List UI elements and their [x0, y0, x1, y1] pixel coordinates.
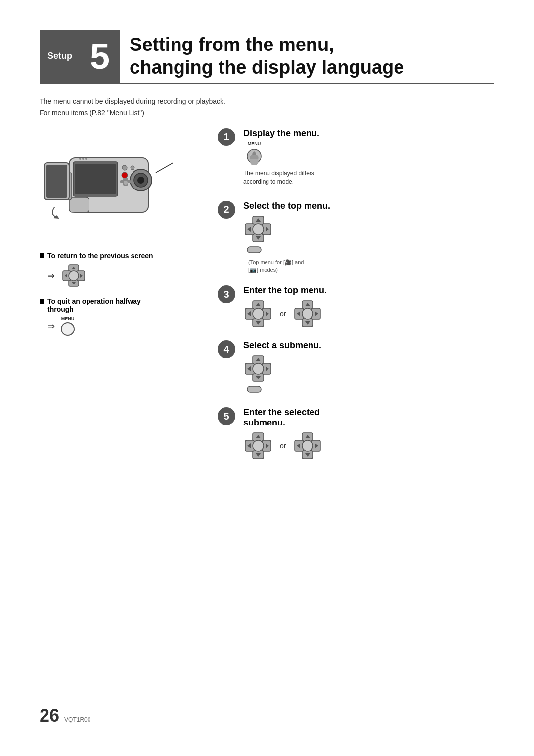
- step-5: 5 Enter the selected submenu.: [218, 407, 494, 461]
- step-circle-4: 4: [218, 340, 235, 358]
- step-2-title: Select the top menu.: [243, 201, 494, 211]
- main-content: To return to the previous screen ⇒: [40, 128, 494, 472]
- or-text-step5: or: [280, 442, 286, 450]
- menu-button-quit: MENU: [61, 316, 75, 336]
- step-4: 4 Select a submenu.: [218, 340, 494, 395]
- svg-point-13: [79, 158, 81, 160]
- svg-point-9: [122, 172, 128, 178]
- svg-rect-68: [247, 386, 261, 392]
- select-btn-step2: [245, 246, 263, 254]
- svg-point-14: [82, 158, 84, 160]
- svg-rect-6: [69, 197, 89, 212]
- svg-rect-19: [46, 165, 67, 198]
- step-circle-2: 2: [218, 201, 235, 219]
- note-return-label: To return to the previous screen: [40, 252, 208, 260]
- svg-point-73: [253, 440, 264, 451]
- step-1: 1 Display the menu. MENU: [218, 128, 494, 189]
- left-column: To return to the previous screen ⇒: [40, 128, 208, 472]
- dpad-icon-step3b: [293, 299, 322, 329]
- svg-point-45: [253, 308, 264, 319]
- step-4-title: Select a submenu.: [243, 340, 494, 351]
- step-3-icons: or: [243, 299, 494, 329]
- step-circle-1: 1: [218, 128, 235, 146]
- dpad-icon-return: [61, 263, 87, 288]
- svg-point-12: [124, 181, 128, 185]
- svg-point-35: [253, 224, 264, 235]
- menu-btn-circle: [61, 322, 75, 336]
- step-4-content: Select a submenu.: [243, 340, 494, 395]
- bullet-square-2: [40, 299, 44, 304]
- step-5-title: Enter the selected submenu.: [243, 407, 494, 428]
- step-circle-3: 3: [218, 285, 235, 303]
- title-block: Setup 5 Setting from the menu, changing …: [40, 30, 494, 84]
- step-number-large: 5: [80, 30, 120, 83]
- step-1-title: Display the menu.: [243, 128, 494, 139]
- footer: 26 VQT1R00: [40, 706, 90, 726]
- step-1-icons: MENU: [243, 142, 494, 169]
- step-2: 2 Select the top menu.: [218, 201, 494, 274]
- step-number: 5: [90, 39, 110, 74]
- svg-point-54: [302, 308, 313, 319]
- menu-btn-hand-icon: [243, 147, 265, 169]
- svg-point-15: [85, 158, 87, 160]
- page: Setup 5 Setting from the menu, changing …: [0, 0, 534, 756]
- note-quit: To quit an operation halfwaythrough ⇒ ME…: [40, 297, 208, 336]
- note-return: To return to the previous screen ⇒: [40, 252, 208, 288]
- dpad-icon-step4: [243, 354, 273, 383]
- setup-badge: Setup: [40, 30, 80, 83]
- arrow-icon-2: ⇒: [47, 321, 55, 331]
- page-number: 26: [40, 706, 59, 726]
- svg-point-7: [122, 165, 127, 170]
- svg-point-82: [302, 440, 313, 451]
- subtitle-note: The menu cannot be displayed during reco…: [40, 96, 494, 118]
- step-5-icons: or: [243, 431, 494, 461]
- dpad-icon-step5b: [293, 431, 322, 461]
- title-text: Setting from the menu, changing the disp…: [120, 30, 414, 83]
- right-column: 1 Display the menu. MENU: [208, 128, 494, 472]
- page-title: Setting from the menu, changing the disp…: [130, 34, 404, 79]
- step-3-content: Enter the top menu.: [243, 285, 494, 329]
- camera-svg: [40, 128, 188, 237]
- step-3-title: Enter the top menu.: [243, 285, 494, 296]
- dpad-icon-step3a: [243, 299, 273, 329]
- svg-point-25: [69, 271, 79, 281]
- setup-label: Setup: [47, 51, 72, 61]
- step-2-icons: [243, 214, 494, 244]
- or-text-step3: or: [280, 310, 286, 318]
- step-2-content: Select the top menu.: [243, 201, 494, 274]
- dpad-icon-step2: [243, 214, 273, 244]
- step-3: 3 Enter the top menu.: [218, 285, 494, 329]
- step-5-content: Enter the selected submenu.: [243, 407, 494, 461]
- arrow-icon: ⇒: [47, 270, 55, 281]
- step-1-note: The menu displayed differsaccording to m…: [243, 169, 494, 186]
- step-1-content: Display the menu. MENU: [243, 128, 494, 189]
- svg-point-5: [137, 177, 144, 184]
- menu-button-step1: MENU: [243, 142, 265, 169]
- note-return-icons: ⇒: [47, 263, 208, 288]
- dpad-icon-step5a: [243, 431, 273, 461]
- svg-point-8: [131, 166, 134, 170]
- page-code: VQT1R00: [64, 716, 90, 723]
- camera-illustration: [40, 128, 188, 237]
- bullet-square: [40, 253, 44, 258]
- top-menu-note: (Top menu for [🎥] and [📷] modes): [248, 259, 308, 274]
- svg-rect-2: [75, 164, 116, 194]
- note-quit-label: To quit an operation halfwaythrough: [40, 297, 208, 313]
- step-4-icons: [243, 354, 494, 383]
- note-quit-icons: ⇒ MENU: [47, 316, 208, 336]
- svg-point-63: [253, 363, 264, 374]
- svg-rect-40: [247, 247, 261, 253]
- select-btn-step4: [245, 385, 263, 393]
- svg-line-16: [156, 163, 173, 173]
- step-circle-5: 5: [218, 407, 235, 425]
